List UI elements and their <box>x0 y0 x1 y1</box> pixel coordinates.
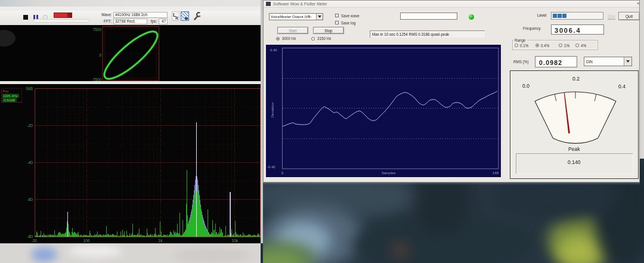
svg-text:-0.50dB: -0.50dB <box>3 98 16 102</box>
svg-text:-20: -20 <box>27 123 33 128</box>
svg-text:-60: -60 <box>27 197 33 202</box>
svg-text:-40: -40 <box>27 160 33 165</box>
svg-text:20: 20 <box>32 239 37 243</box>
svg-text:7500: 7500 <box>93 27 102 32</box>
svg-text:1k: 1k <box>159 239 163 243</box>
svg-text:10k: 10k <box>232 239 239 243</box>
svg-text:0dB: 0dB <box>26 86 33 91</box>
svg-text:Pre:: Pre: <box>3 89 10 93</box>
svg-text:1005.4Hz: 1005.4Hz <box>3 94 18 98</box>
svg-text:100: 100 <box>83 239 90 243</box>
svg-text:0: 0 <box>99 53 101 57</box>
